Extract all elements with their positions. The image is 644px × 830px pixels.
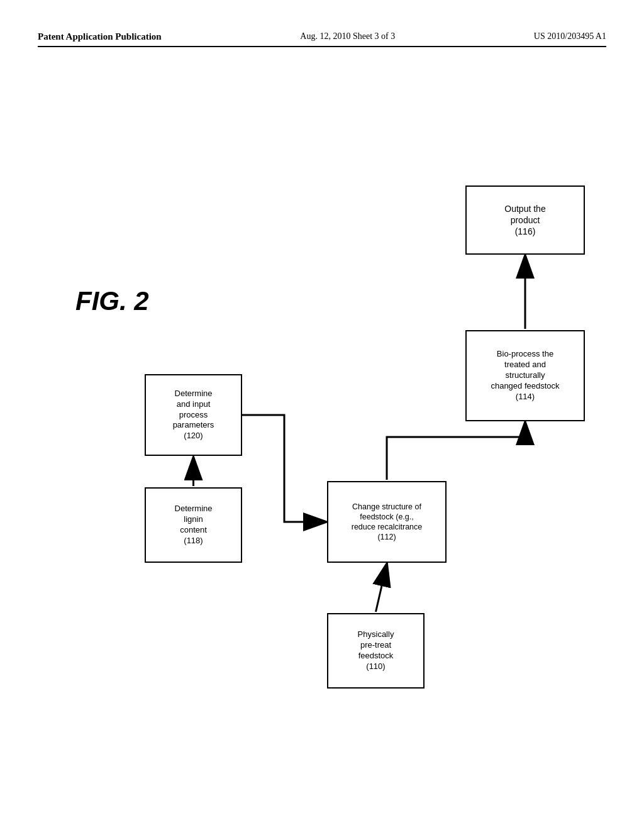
box-118: Determinelignincontent(118) <box>145 487 242 563</box>
page: Patent Application Publication Aug. 12, … <box>0 0 644 830</box>
box-112: Change structure offeedstock (e.g.,reduc… <box>327 481 447 563</box>
box-110: Physicallypre-treatfeedstock(110) <box>327 613 425 689</box>
header-left-label: Patent Application Publication <box>38 31 162 42</box>
box-114: Bio-process thetreated andstructurallych… <box>465 330 585 421</box>
svg-line-3 <box>376 564 387 612</box>
box-120: Determineand inputprocessparameters(120) <box>145 374 242 456</box>
header-right-label: US 2010/203495 A1 <box>534 31 606 42</box>
header-center-label: Aug. 12, 2010 Sheet 3 of 3 <box>300 31 395 42</box>
box-116: Output theproduct(116) <box>465 185 585 255</box>
header: Patent Application Publication Aug. 12, … <box>38 31 606 47</box>
flow-diagram: Output theproduct(116) Bio-process thetr… <box>132 110 604 802</box>
main-content: FIG. 2 <box>38 60 606 808</box>
